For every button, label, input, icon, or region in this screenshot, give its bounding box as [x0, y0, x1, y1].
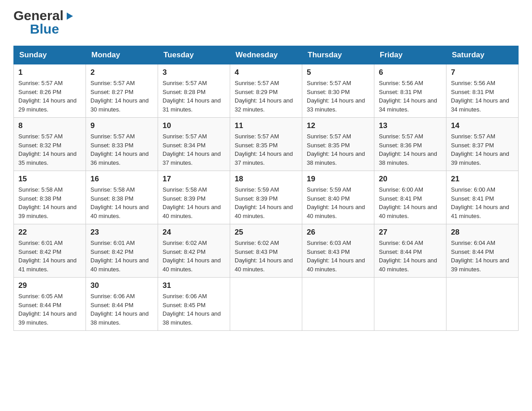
day-info: Sunrise: 5:57 AM Sunset: 8:33 PM Dayligh… [90, 132, 153, 167]
calendar-cell: 19 Sunrise: 5:59 AM Sunset: 8:40 PM Dayl… [302, 171, 374, 224]
calendar-cell: 18 Sunrise: 5:59 AM Sunset: 8:39 PM Dayl… [230, 171, 302, 224]
day-info: Sunrise: 5:56 AM Sunset: 8:31 PM Dayligh… [379, 79, 442, 114]
day-info: Sunrise: 5:57 AM Sunset: 8:35 PM Dayligh… [307, 132, 369, 167]
calendar-cell: 17 Sunrise: 5:58 AM Sunset: 8:39 PM Dayl… [158, 171, 230, 224]
day-number: 13 [379, 121, 442, 130]
day-number: 18 [235, 175, 297, 184]
calendar-cell: 15 Sunrise: 5:58 AM Sunset: 8:38 PM Dayl… [14, 171, 86, 224]
day-number: 16 [90, 175, 153, 184]
calendar-cell: 8 Sunrise: 5:57 AM Sunset: 8:32 PM Dayli… [14, 118, 86, 171]
page-header: General Blue [13, 9, 519, 37]
logo-general-row: General [13, 9, 75, 22]
day-info: Sunrise: 5:57 AM Sunset: 8:32 PM Dayligh… [18, 132, 81, 167]
day-info: Sunrise: 6:02 AM Sunset: 8:43 PM Dayligh… [235, 239, 297, 274]
calendar-cell: 16 Sunrise: 5:58 AM Sunset: 8:38 PM Dayl… [86, 171, 158, 224]
day-info: Sunrise: 5:58 AM Sunset: 8:39 PM Dayligh… [163, 185, 225, 220]
day-number: 17 [163, 175, 225, 184]
col-header-sunday: Sunday [14, 46, 86, 64]
day-number: 7 [451, 68, 514, 77]
calendar-cell: 28 Sunrise: 6:04 AM Sunset: 8:44 PM Dayl… [446, 224, 519, 278]
day-info: Sunrise: 5:57 AM Sunset: 8:36 PM Dayligh… [379, 132, 442, 167]
day-info: Sunrise: 5:57 AM Sunset: 8:37 PM Dayligh… [451, 132, 514, 167]
day-number: 2 [90, 68, 153, 77]
logo-blue-row: Blue [30, 21, 59, 37]
calendar-cell: 9 Sunrise: 5:57 AM Sunset: 8:33 PM Dayli… [86, 118, 158, 171]
calendar-cell [230, 278, 302, 331]
day-info: Sunrise: 6:00 AM Sunset: 8:41 PM Dayligh… [451, 185, 514, 220]
calendar-cell: 21 Sunrise: 6:00 AM Sunset: 8:41 PM Dayl… [446, 171, 519, 224]
col-header-monday: Monday [86, 46, 158, 64]
calendar-week-3: 15 Sunrise: 5:58 AM Sunset: 8:38 PM Dayl… [14, 171, 519, 224]
calendar-week-2: 8 Sunrise: 5:57 AM Sunset: 8:32 PM Dayli… [14, 118, 519, 171]
calendar-header-row: SundayMondayTuesdayWednesdayThursdayFrid… [14, 46, 519, 64]
day-number: 27 [379, 228, 442, 237]
calendar-week-5: 29 Sunrise: 6:05 AM Sunset: 8:44 PM Dayl… [14, 278, 519, 331]
calendar-cell: 2 Sunrise: 5:57 AM Sunset: 8:27 PM Dayli… [86, 64, 158, 118]
day-number: 4 [235, 68, 297, 77]
calendar-cell [302, 278, 374, 331]
day-info: Sunrise: 5:58 AM Sunset: 8:38 PM Dayligh… [90, 185, 153, 220]
calendar-cell [446, 278, 519, 331]
day-number: 22 [18, 228, 81, 237]
day-info: Sunrise: 6:03 AM Sunset: 8:43 PM Dayligh… [307, 239, 369, 274]
calendar-cell: 31 Sunrise: 6:06 AM Sunset: 8:45 PM Dayl… [158, 278, 230, 331]
calendar-week-1: 1 Sunrise: 5:57 AM Sunset: 8:26 PM Dayli… [14, 64, 519, 118]
calendar-cell: 26 Sunrise: 6:03 AM Sunset: 8:43 PM Dayl… [302, 224, 374, 278]
day-info: Sunrise: 5:59 AM Sunset: 8:40 PM Dayligh… [307, 185, 369, 220]
day-number: 9 [90, 121, 153, 130]
calendar-cell: 3 Sunrise: 5:57 AM Sunset: 8:28 PM Dayli… [158, 64, 230, 118]
day-number: 30 [90, 281, 153, 290]
calendar-cell: 27 Sunrise: 6:04 AM Sunset: 8:44 PM Dayl… [374, 224, 446, 278]
calendar-cell: 30 Sunrise: 6:06 AM Sunset: 8:44 PM Dayl… [86, 278, 158, 331]
day-info: Sunrise: 6:02 AM Sunset: 8:42 PM Dayligh… [163, 239, 225, 274]
calendar-cell: 10 Sunrise: 5:57 AM Sunset: 8:34 PM Dayl… [158, 118, 230, 171]
day-number: 28 [451, 228, 514, 237]
calendar-cell: 1 Sunrise: 5:57 AM Sunset: 8:26 PM Dayli… [14, 64, 86, 118]
col-header-friday: Friday [374, 46, 446, 64]
calendar-cell: 13 Sunrise: 5:57 AM Sunset: 8:36 PM Dayl… [374, 118, 446, 171]
calendar-cell: 6 Sunrise: 5:56 AM Sunset: 8:31 PM Dayli… [374, 64, 446, 118]
day-info: Sunrise: 6:04 AM Sunset: 8:44 PM Dayligh… [451, 239, 514, 274]
calendar-cell: 4 Sunrise: 5:57 AM Sunset: 8:29 PM Dayli… [230, 64, 302, 118]
day-number: 10 [163, 121, 225, 130]
calendar-cell [374, 278, 446, 331]
day-info: Sunrise: 5:59 AM Sunset: 8:39 PM Dayligh… [235, 185, 297, 220]
day-number: 6 [379, 68, 442, 77]
calendar-cell: 23 Sunrise: 6:01 AM Sunset: 8:42 PM Dayl… [86, 224, 158, 278]
day-info: Sunrise: 5:57 AM Sunset: 8:30 PM Dayligh… [307, 79, 369, 114]
day-info: Sunrise: 6:04 AM Sunset: 8:44 PM Dayligh… [379, 239, 442, 274]
calendar-table: SundayMondayTuesdayWednesdayThursdayFrid… [13, 46, 519, 331]
day-number: 24 [163, 228, 225, 237]
calendar-cell: 14 Sunrise: 5:57 AM Sunset: 8:37 PM Dayl… [446, 118, 519, 171]
calendar-week-4: 22 Sunrise: 6:01 AM Sunset: 8:42 PM Dayl… [14, 224, 519, 278]
day-info: Sunrise: 5:57 AM Sunset: 8:27 PM Dayligh… [90, 79, 153, 114]
day-info: Sunrise: 5:57 AM Sunset: 8:29 PM Dayligh… [235, 79, 297, 114]
day-number: 11 [235, 121, 297, 130]
day-number: 14 [451, 121, 514, 130]
day-number: 26 [307, 228, 369, 237]
day-number: 25 [235, 228, 297, 237]
day-info: Sunrise: 6:00 AM Sunset: 8:41 PM Dayligh… [379, 185, 442, 220]
calendar-cell: 20 Sunrise: 6:00 AM Sunset: 8:41 PM Dayl… [374, 171, 446, 224]
day-number: 23 [90, 228, 153, 237]
logo-blue-label: Blue [30, 21, 59, 36]
calendar-cell: 24 Sunrise: 6:02 AM Sunset: 8:42 PM Dayl… [158, 224, 230, 278]
calendar-cell: 7 Sunrise: 5:56 AM Sunset: 8:31 PM Dayli… [446, 64, 519, 118]
day-number: 15 [18, 175, 81, 184]
day-info: Sunrise: 6:01 AM Sunset: 8:42 PM Dayligh… [18, 239, 81, 274]
day-info: Sunrise: 6:06 AM Sunset: 8:45 PM Dayligh… [163, 292, 225, 327]
day-number: 12 [307, 121, 369, 130]
calendar-cell: 29 Sunrise: 6:05 AM Sunset: 8:44 PM Dayl… [14, 278, 86, 331]
day-info: Sunrise: 5:57 AM Sunset: 8:35 PM Dayligh… [235, 132, 297, 167]
day-number: 1 [18, 68, 81, 77]
day-info: Sunrise: 6:05 AM Sunset: 8:44 PM Dayligh… [18, 292, 81, 327]
day-info: Sunrise: 5:57 AM Sunset: 8:28 PM Dayligh… [163, 79, 225, 114]
day-info: Sunrise: 5:58 AM Sunset: 8:38 PM Dayligh… [18, 185, 81, 220]
logo: General Blue [13, 9, 75, 37]
day-number: 21 [451, 175, 514, 184]
logo-arrow-icon [65, 11, 75, 21]
day-info: Sunrise: 5:56 AM Sunset: 8:31 PM Dayligh… [451, 79, 514, 114]
day-number: 3 [163, 68, 225, 77]
day-info: Sunrise: 5:57 AM Sunset: 8:26 PM Dayligh… [18, 79, 81, 114]
calendar-cell: 25 Sunrise: 6:02 AM Sunset: 8:43 PM Dayl… [230, 224, 302, 278]
